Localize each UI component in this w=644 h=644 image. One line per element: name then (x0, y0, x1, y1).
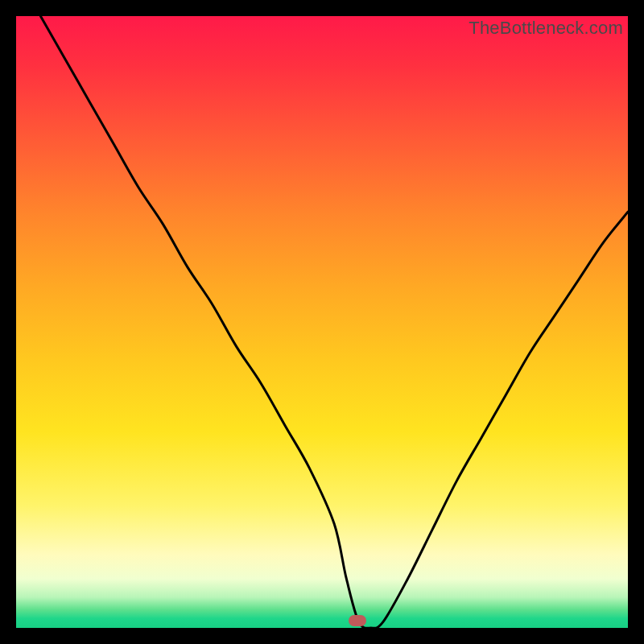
plot-area: TheBottleneck.com (16, 16, 628, 628)
chart-frame: TheBottleneck.com (0, 0, 644, 644)
bottleneck-curve (16, 16, 628, 628)
curve-path (40, 16, 628, 628)
optimal-point-marker (349, 615, 366, 626)
watermark-text: TheBottleneck.com (469, 18, 623, 39)
